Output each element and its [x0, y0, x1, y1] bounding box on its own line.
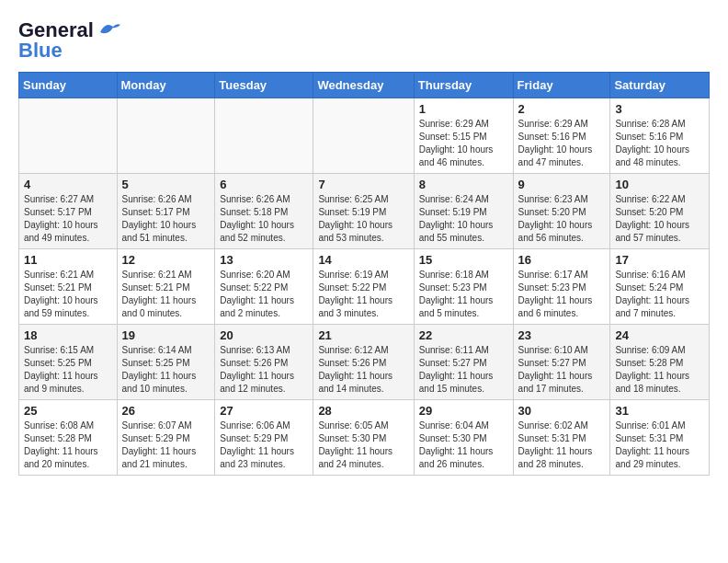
day-info: Sunrise: 6:20 AMSunset: 5:22 PMDaylight:…	[220, 269, 308, 320]
calendar-cell	[19, 98, 118, 174]
day-number: 17	[615, 253, 704, 267]
calendar-cell: 17Sunrise: 6:16 AMSunset: 5:24 PMDayligh…	[610, 249, 710, 325]
calendar-cell: 2Sunrise: 6:29 AMSunset: 5:16 PMDaylight…	[513, 98, 610, 174]
calendar-cell: 20Sunrise: 6:13 AMSunset: 5:26 PMDayligh…	[215, 325, 313, 400]
calendar-cell: 14Sunrise: 6:19 AMSunset: 5:22 PMDayligh…	[313, 249, 414, 325]
calendar-cell: 5Sunrise: 6:26 AMSunset: 5:17 PMDaylight…	[117, 174, 215, 249]
day-number: 9	[518, 178, 606, 191]
calendar-cell: 1Sunrise: 6:29 AMSunset: 5:15 PMDaylight…	[414, 98, 513, 174]
day-info: Sunrise: 6:16 AMSunset: 5:24 PMDaylight:…	[615, 269, 704, 320]
day-info: Sunrise: 6:07 AMSunset: 5:29 PMDaylight:…	[122, 419, 210, 471]
weekday-header-friday: Friday	[513, 73, 610, 98]
day-number: 7	[318, 178, 408, 191]
day-info: Sunrise: 6:25 AMSunset: 5:19 PMDaylight:…	[318, 193, 408, 245]
day-number: 21	[318, 328, 408, 342]
weekday-header-saturday: Saturday	[610, 73, 710, 98]
day-info: Sunrise: 6:21 AMSunset: 5:21 PMDaylight:…	[122, 269, 210, 320]
day-info: Sunrise: 6:22 AMSunset: 5:20 PMDaylight:…	[615, 193, 704, 245]
day-number: 30	[518, 404, 606, 418]
calendar-cell: 13Sunrise: 6:20 AMSunset: 5:22 PMDayligh…	[215, 249, 313, 325]
calendar-cell: 25Sunrise: 6:08 AMSunset: 5:28 PMDayligh…	[19, 400, 118, 476]
calendar-cell: 30Sunrise: 6:02 AMSunset: 5:31 PMDayligh…	[513, 400, 610, 476]
day-info: Sunrise: 6:23 AMSunset: 5:20 PMDaylight:…	[518, 193, 606, 245]
calendar-cell: 23Sunrise: 6:10 AMSunset: 5:27 PMDayligh…	[513, 325, 610, 400]
day-info: Sunrise: 6:19 AMSunset: 5:22 PMDaylight:…	[318, 269, 408, 320]
day-info: Sunrise: 6:01 AMSunset: 5:31 PMDaylight:…	[615, 419, 704, 471]
day-number: 13	[220, 253, 308, 267]
calendar-cell: 3Sunrise: 6:28 AMSunset: 5:16 PMDaylight…	[610, 98, 710, 174]
weekday-header-tuesday: Tuesday	[215, 73, 313, 98]
day-number: 18	[24, 328, 112, 342]
calendar-cell: 7Sunrise: 6:25 AMSunset: 5:19 PMDaylight…	[313, 174, 414, 249]
day-info: Sunrise: 6:12 AMSunset: 5:26 PMDaylight:…	[318, 344, 408, 396]
calendar-cell: 15Sunrise: 6:18 AMSunset: 5:23 PMDayligh…	[414, 249, 513, 325]
calendar-week-row: 18Sunrise: 6:15 AMSunset: 5:25 PMDayligh…	[19, 325, 710, 400]
day-number: 19	[122, 328, 210, 342]
day-number: 26	[122, 404, 210, 418]
day-info: Sunrise: 6:10 AMSunset: 5:27 PMDaylight:…	[518, 344, 606, 396]
day-number: 27	[220, 404, 308, 418]
calendar-week-row: 1Sunrise: 6:29 AMSunset: 5:15 PMDaylight…	[19, 98, 710, 174]
day-info: Sunrise: 6:05 AMSunset: 5:30 PMDaylight:…	[318, 419, 408, 471]
day-number: 22	[419, 328, 508, 342]
calendar-week-row: 11Sunrise: 6:21 AMSunset: 5:21 PMDayligh…	[19, 249, 710, 325]
calendar-cell: 27Sunrise: 6:06 AMSunset: 5:29 PMDayligh…	[215, 400, 313, 476]
day-number: 15	[419, 253, 508, 267]
calendar-cell	[117, 98, 215, 174]
calendar-table: SundayMondayTuesdayWednesdayThursdayFrid…	[18, 72, 710, 476]
day-number: 3	[615, 102, 704, 116]
calendar-cell: 4Sunrise: 6:27 AMSunset: 5:17 PMDaylight…	[19, 174, 118, 249]
calendar-header-row: SundayMondayTuesdayWednesdayThursdayFrid…	[19, 73, 710, 98]
calendar-cell: 6Sunrise: 6:26 AMSunset: 5:18 PMDaylight…	[215, 174, 313, 249]
day-number: 11	[24, 253, 112, 267]
logo-bird-icon	[97, 19, 122, 38]
day-number: 10	[615, 178, 704, 191]
weekday-header-thursday: Thursday	[414, 73, 513, 98]
calendar-cell: 9Sunrise: 6:23 AMSunset: 5:20 PMDaylight…	[513, 174, 610, 249]
calendar-cell: 29Sunrise: 6:04 AMSunset: 5:30 PMDayligh…	[414, 400, 513, 476]
calendar-cell: 31Sunrise: 6:01 AMSunset: 5:31 PMDayligh…	[610, 400, 710, 476]
day-info: Sunrise: 6:28 AMSunset: 5:16 PMDaylight:…	[615, 118, 704, 169]
day-info: Sunrise: 6:27 AMSunset: 5:17 PMDaylight:…	[24, 193, 112, 245]
day-number: 1	[419, 102, 508, 116]
day-info: Sunrise: 6:29 AMSunset: 5:16 PMDaylight:…	[518, 118, 606, 169]
day-info: Sunrise: 6:02 AMSunset: 5:31 PMDaylight:…	[518, 419, 606, 471]
day-info: Sunrise: 6:24 AMSunset: 5:19 PMDaylight:…	[419, 193, 508, 245]
day-info: Sunrise: 6:08 AMSunset: 5:28 PMDaylight:…	[24, 419, 112, 471]
day-info: Sunrise: 6:11 AMSunset: 5:27 PMDaylight:…	[419, 344, 508, 396]
calendar-cell: 24Sunrise: 6:09 AMSunset: 5:28 PMDayligh…	[610, 325, 710, 400]
day-number: 20	[220, 328, 308, 342]
day-number: 28	[318, 404, 408, 418]
day-number: 31	[615, 404, 704, 418]
calendar-cell: 11Sunrise: 6:21 AMSunset: 5:21 PMDayligh…	[19, 249, 118, 325]
day-info: Sunrise: 6:13 AMSunset: 5:26 PMDaylight:…	[220, 344, 308, 396]
day-info: Sunrise: 6:29 AMSunset: 5:15 PMDaylight:…	[419, 118, 508, 169]
day-number: 14	[318, 253, 408, 267]
day-number: 29	[419, 404, 508, 418]
calendar-cell: 10Sunrise: 6:22 AMSunset: 5:20 PMDayligh…	[610, 174, 710, 249]
day-number: 23	[518, 328, 606, 342]
calendar-cell: 21Sunrise: 6:12 AMSunset: 5:26 PMDayligh…	[313, 325, 414, 400]
logo-blue-text: Blue	[18, 39, 63, 63]
calendar-cell: 8Sunrise: 6:24 AMSunset: 5:19 PMDaylight…	[414, 174, 513, 249]
calendar-cell: 22Sunrise: 6:11 AMSunset: 5:27 PMDayligh…	[414, 325, 513, 400]
day-number: 2	[518, 102, 606, 116]
calendar-cell: 12Sunrise: 6:21 AMSunset: 5:21 PMDayligh…	[117, 249, 215, 325]
calendar-cell: 16Sunrise: 6:17 AMSunset: 5:23 PMDayligh…	[513, 249, 610, 325]
day-info: Sunrise: 6:17 AMSunset: 5:23 PMDaylight:…	[518, 269, 606, 320]
weekday-header-monday: Monday	[117, 73, 215, 98]
day-number: 4	[24, 178, 112, 191]
calendar-cell: 18Sunrise: 6:15 AMSunset: 5:25 PMDayligh…	[19, 325, 118, 400]
day-number: 5	[122, 178, 210, 191]
day-info: Sunrise: 6:14 AMSunset: 5:25 PMDaylight:…	[122, 344, 210, 396]
page-header: General Blue	[18, 18, 710, 63]
day-number: 24	[615, 328, 704, 342]
calendar-week-row: 4Sunrise: 6:27 AMSunset: 5:17 PMDaylight…	[19, 174, 710, 249]
day-info: Sunrise: 6:09 AMSunset: 5:28 PMDaylight:…	[615, 344, 704, 396]
calendar-cell	[313, 98, 414, 174]
day-number: 12	[122, 253, 210, 267]
weekday-header-wednesday: Wednesday	[313, 73, 414, 98]
day-number: 25	[24, 404, 112, 418]
weekday-header-sunday: Sunday	[19, 73, 118, 98]
calendar-cell: 19Sunrise: 6:14 AMSunset: 5:25 PMDayligh…	[117, 325, 215, 400]
